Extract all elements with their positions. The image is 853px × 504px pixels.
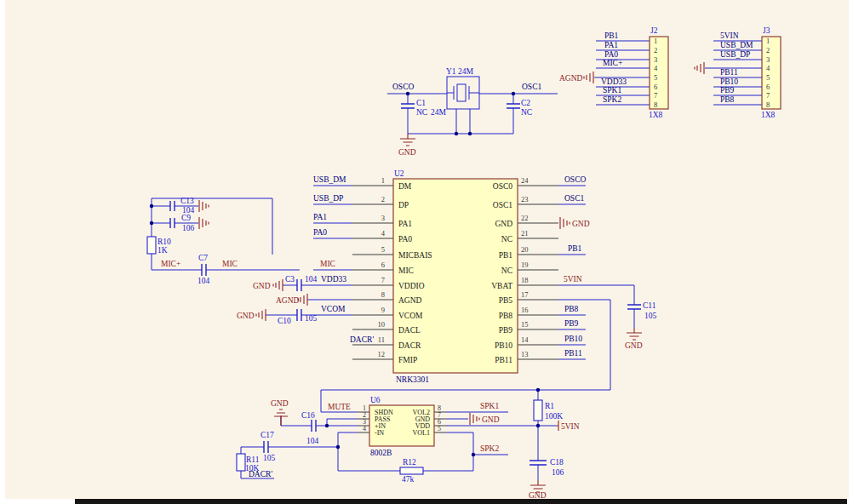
designator-r10: R10	[157, 238, 171, 246]
designator-y1: Y1 24M	[446, 67, 473, 76]
pin-name: VOL1	[413, 429, 430, 437]
pin-name: PB11	[495, 356, 512, 364]
pin-number: 3	[654, 55, 657, 64]
net-label-vcom: VCOM	[321, 305, 346, 313]
net-label: SPK1	[603, 86, 621, 94]
agnd-label: AGND	[559, 74, 583, 83]
gnd-label: GND	[529, 491, 547, 500]
pin-name: VDDIO	[398, 282, 425, 290]
net-label: USB_DP	[720, 50, 750, 59]
pin-number: 1	[766, 37, 770, 45]
net-label-mute: MUTE	[328, 403, 351, 411]
pin-name: OSC1	[493, 201, 512, 209]
resistor-r11-body[interactable]	[237, 454, 245, 471]
gnd-label: GND	[398, 148, 416, 157]
net-label: PB9	[564, 319, 579, 328]
pin-name: DP	[398, 201, 409, 209]
pin-number: 9	[381, 306, 385, 314]
net-label: PA1	[313, 213, 327, 221]
pin-number: 20	[521, 245, 529, 254]
pin-name: VBAT	[491, 282, 512, 290]
designator-c2: C2	[521, 99, 530, 107]
designator-c17: C17	[260, 431, 274, 439]
designator-c1: C1	[416, 99, 426, 107]
net-label: PB1	[604, 32, 619, 40]
connector-j2-body[interactable]	[650, 37, 668, 109]
pin-name: PB1	[499, 251, 513, 260]
net-label: PB9	[720, 86, 735, 94]
connector-j3-body[interactable]	[762, 37, 781, 109]
designator-r1: R1	[545, 402, 554, 410]
pin-number: 4	[363, 425, 366, 432]
pin-name: VCOM	[398, 312, 423, 320]
net-label: PB1	[568, 244, 582, 253]
pin-name: PA1	[398, 220, 412, 228]
net-label-spk1: SPK1	[480, 402, 499, 410]
designator-r12: R12	[403, 458, 416, 467]
designator-c18: C18	[550, 458, 564, 467]
value-r1: 100K	[545, 412, 563, 421]
designator-c9: C9	[181, 214, 191, 222]
pin-number: 11	[378, 335, 385, 344]
resistor-r10-body[interactable]	[147, 237, 156, 254]
window-bottom-edge[interactable]	[75, 499, 847, 504]
gnd-label: GND	[253, 282, 271, 290]
net-label: USB_DM	[313, 175, 346, 184]
net-label-mic: MIC	[222, 260, 238, 268]
net-label: MIC+	[603, 59, 622, 67]
pin-number: 2	[766, 46, 770, 54]
pin-number: 21	[521, 229, 529, 238]
part-number-u6: 8002B	[370, 449, 392, 457]
designator-j3: J3	[763, 26, 770, 35]
schematic-window: OSCO OSC1 Y1 24M C1 NC 24M C2 NC GND J2 …	[0, 0, 853, 504]
pin-name: DACR	[398, 341, 421, 350]
footprint-j2: 1X8	[649, 111, 663, 119]
pin-name: -IN	[375, 429, 384, 437]
net-label-osco: OSCO	[392, 83, 414, 91]
pin-number: 3	[766, 55, 770, 64]
pin-number: 2	[381, 195, 385, 203]
pin-name: OSC0	[493, 182, 512, 191]
pin-number: 7	[654, 91, 657, 100]
designator-c16: C16	[301, 411, 315, 420]
pin-name: MICBAIS	[398, 251, 432, 260]
value-r12: 47k	[402, 475, 415, 484]
pin-number: 7	[766, 91, 770, 100]
pin-number: 12	[378, 350, 386, 358]
pin-number: 17	[521, 290, 529, 299]
net-label-mic-plus: MIC+	[161, 260, 180, 268]
net-label: OSCO	[564, 175, 586, 184]
pin-number: 24	[521, 176, 529, 185]
pin-name: GND	[495, 220, 512, 228]
pin-number: 18	[521, 276, 529, 284]
schematic-canvas[interactable]: OSCO OSC1 Y1 24M C1 NC 24M C2 NC GND J2 …	[0, 0, 853, 504]
value-c10: 105	[305, 314, 318, 323]
pin-number: 8	[381, 290, 385, 299]
net-label: USB_DP	[313, 194, 343, 203]
footprint-j3: 1X8	[761, 111, 776, 119]
resistor-r12-body[interactable]	[400, 467, 423, 474]
net-label-spk2: SPK2	[480, 444, 499, 453]
pin-number: 3	[381, 214, 385, 222]
pin-name: AGND	[398, 296, 422, 305]
pin-number: 8	[766, 100, 770, 109]
pin-number: 1	[654, 37, 657, 45]
resistor-r1-body[interactable]	[534, 400, 542, 421]
value-c2: NC	[521, 108, 532, 117]
net-label-dacr: DACR'	[249, 470, 272, 478]
value-c17: 105	[263, 454, 276, 462]
net-label-mic: MIC	[320, 260, 335, 268]
pin-number: 6	[381, 261, 385, 269]
net-label: PB8	[564, 305, 579, 313]
pin-number: 6	[766, 83, 770, 91]
net-label: PA1	[604, 41, 618, 49]
pin-number: 10	[378, 320, 386, 329]
pin-name: DM	[398, 182, 412, 191]
value-r10: 1K	[157, 246, 168, 255]
net-label: 5VIN	[720, 32, 739, 40]
pin-name: PB9	[499, 326, 513, 335]
pin-number: 2	[654, 46, 657, 54]
pin-number: 7	[381, 276, 385, 284]
net-label: PB11	[720, 68, 738, 77]
net-label: OSC1	[564, 194, 584, 203]
